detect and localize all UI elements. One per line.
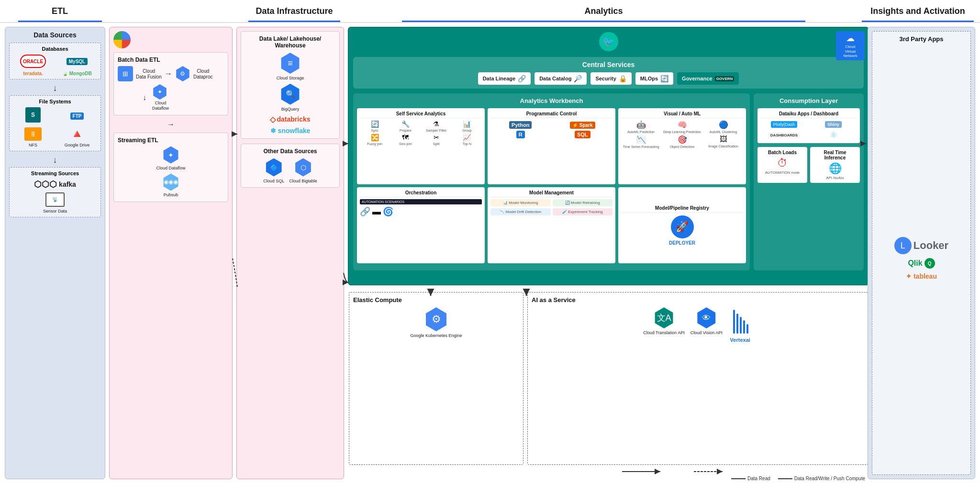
model-retrain: 🔄 Model Retraining [553,199,613,206]
streaming-title: Streaming Sources [12,170,98,176]
group-icon: 📊 [452,120,482,128]
databricks-logo: ◇ databricks [270,115,310,124]
vision-label: Cloud Vision API [690,330,723,336]
cloud-sql-item: 🔷 Cloud SQL [263,158,284,184]
realtime-icon: 🌐 [813,162,857,175]
mysql-item: MySQL [67,58,88,65]
other-ds-title: Other Data Sources [245,148,335,155]
cloud-dataproc-label: CloudDataproc [193,68,213,80]
cloud-bigtable-label: Cloud Bigtable [289,179,317,184]
cloud-sql-label: Cloud SQL [263,179,284,184]
snowflake-logo: ❄ snowflake [270,127,311,135]
sync-icon: 🔄 [360,120,390,128]
kafka-icon: ⬡⬡⬡ [34,179,57,190]
fusion-arrow: → [165,69,172,78]
analytics-label: Analytics [584,6,623,16]
img-class: 🖼Image Classification [703,135,743,148]
security-label: Security [595,76,616,81]
looker-label: Looker [913,239,948,252]
wb-visual-ml: Visual / Auto ML 🤖AutoML Prediction 🧠Dee… [618,108,746,184]
automation-node-label: AUTOMATION node [760,170,804,175]
automl-cluster: 🔵AutoML Clustering [703,120,743,134]
nfs-item: 🗄 NFS [24,127,42,148]
mlops-chip[interactable]: MLOps 🔄 [635,72,673,85]
orchestration-title: Orchestration [360,190,482,197]
translation-api: 文A Cloud Translation API [643,307,685,336]
ftp-icon: FTP [70,113,84,120]
svg-rect-4 [746,324,748,334]
cloud-vn-label: Cloud Virtual Network [840,45,861,58]
insights-panel: 3rd Party Apps L Looker Qlik Q ✦ tableau [868,27,975,479]
data-catalog-chip[interactable]: Data Catalog 🔎 [535,72,587,85]
data-sources-title: Data Sources [9,31,101,39]
oracle-item: ORACLE [20,55,46,68]
obj-detect: 🎯Object Detection [662,135,702,148]
pubsub-label: Pubsub [164,192,178,198]
governance-chip[interactable]: Governance GOVERN [677,72,739,85]
cloud-bigtable-icon: ⬡ [294,158,312,177]
gdrive-item: 🔺 Google Drive [65,127,90,148]
gdrive-icon: 🔺 [70,127,84,141]
streaming-sub: Streaming Sources ⬡⬡⬡ kafka 📡 Sensor Dat… [9,167,101,217]
security-icon: 🔒 [619,75,627,82]
data-rw-label: Data Read/Write / Push Compute [794,476,865,481]
self-service-title: Self Service Analytics [360,111,482,118]
gke-label: Google Kubernetes Engine [410,333,462,338]
data-read-label: Data Read [747,476,770,481]
google-logo [113,31,131,48]
security-chip[interactable]: Security 🔒 [590,72,631,85]
sharepoint-item: S [25,107,41,124]
bottom-compute-row: Elastic Compute ⚙ Google Kubernetes Engi… [348,292,869,465]
databricks-item: ◇ databricks [270,115,310,124]
cloud-dataproc-icon-right: ⚙ [175,66,190,81]
analytics-workbench: Analytics Workbench Self Service Analyti… [353,93,750,270]
govern-badge: GOVERN [715,76,735,81]
self-service-labels-bot: Fuzzy joinGeo joinSplitTop N [360,142,482,146]
kafka-item: ⬡⬡⬡ kafka [34,179,76,190]
svg-rect-0 [733,310,735,334]
batch-to-infra-arrow: → [113,120,228,129]
insights-label: Insights and Activation [870,6,965,16]
gdrive-label: Google Drive [65,143,90,148]
cloud-vn-badge: ☁ Cloud Virtual Network [836,31,865,60]
data-lake-box: Data Lake/ Lakehouse/ Warehouse ≡ Cloud … [241,31,340,139]
nfs-label: NFS [29,143,37,148]
translation-icon: 文A [654,307,675,328]
streaming-dataflow-label: Cloud Dataflow [156,166,185,171]
data-lineage-label: Data Lineage [483,76,515,81]
kafka-label: kafka [59,180,76,188]
python-badge: Python [509,121,532,129]
bigquery-label: BigQuery [281,107,300,112]
teradata-icon: teradata. [23,71,43,76]
analytics-panel: ☁ Cloud Virtual Network 🐦 Central Servic… [348,27,869,285]
model-drift: 📉 Model Drift Detection [490,208,551,215]
cloud-data-fusion-label: CloudData Fusion [136,68,162,80]
data-rw-legend: Data Read/Write / Push Compute [778,476,865,481]
cloud-dataflow-batch-label: CloudDataflow [152,101,169,111]
looker-icon: L [894,237,912,254]
other-data-sources-box: Other Data Sources 🔷 Cloud SQL ⬡ Cloud B… [241,144,340,188]
cloud-storage-icon: ≡ [279,53,301,74]
sensor-label: Sensor Data [43,209,67,214]
streaming-dataflow-icon: ✦ [162,146,179,164]
ai-service-title: AI as a Service [532,296,864,304]
sensor-item: 📡 Sensor Data [43,192,67,214]
programmatic-title: Programmatic Control [490,111,612,118]
vertexai-icon [728,307,752,336]
bigquery-icon: 🔍 [280,84,301,105]
workbench-title: Analytics Workbench [357,97,746,104]
cloud-data-fusion-icon: ⊞ [118,66,133,81]
central-services-title: Central Services [358,61,859,68]
cloud-vn-icon: ☁ [846,33,855,44]
data-lineage-chip[interactable]: Data Lineage 🔗 [478,72,531,85]
oracle-icon: ORACLE [20,55,46,68]
cloud-dataflow-batch-row: ↓ ✦ CloudDataflow [118,84,169,111]
looker-item: L Looker [894,237,948,254]
third-party-apps-box: 3rd Party Apps L Looker Qlik Q ✦ tableau [872,31,971,475]
etl-label: ETL [52,6,68,16]
vision-icon: 👁 [696,307,717,328]
automl-pred: 🤖AutoML Prediction [621,120,661,134]
wb-model-mgmt: Model Management 📊 Model Monitoring 🔄 Mo… [488,187,615,263]
prepare-icon: 🔧 [390,120,420,128]
sql-badge-item: SQL [575,131,590,138]
